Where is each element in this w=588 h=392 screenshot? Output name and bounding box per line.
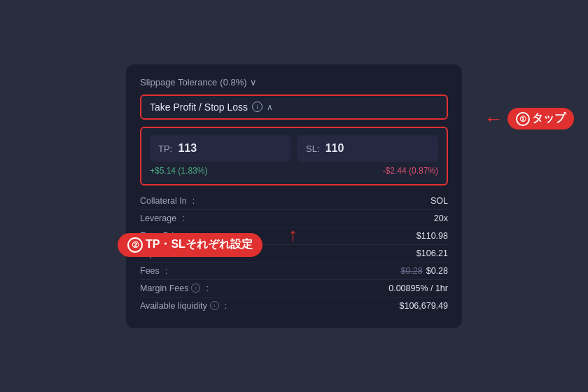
detail-colon: :: [206, 284, 208, 293]
detail-strikethrough-value: $0.28: [400, 266, 422, 276]
up-arrow-icon: ↑: [288, 224, 298, 246]
annotation2-label: ②TP・SLそれぞれ設定: [118, 233, 262, 257]
annotation2-circle: ②: [127, 237, 143, 253]
annotation1-arrow: ←: [484, 108, 503, 130]
detail-main-value: 20x: [434, 214, 448, 223]
sl-value: 110: [326, 142, 344, 154]
tp-sl-header-button[interactable]: Take Profit / Stop Loss i ∧: [140, 94, 448, 120]
tp-profit-value: +$5.14 (1.83%): [150, 166, 207, 176]
detail-label: Available liquidityi: [140, 301, 219, 311]
detail-main-value: 0.00895% / 1hr: [388, 284, 448, 293]
detail-value-wrapper: $0.28$0.28: [400, 266, 448, 276]
detail-main-value: $0.28: [426, 266, 448, 276]
tp-input-box[interactable]: TP: 113: [150, 135, 290, 162]
detail-colon: :: [165, 266, 167, 276]
detail-label: Collateral In: [140, 196, 187, 206]
detail-info-icon[interactable]: i: [210, 301, 219, 310]
tp-sl-inputs-row: TP: 113 SL: 110: [150, 135, 438, 162]
detail-label: Margin Feesi: [140, 284, 200, 293]
detail-main-value: $110.98: [416, 231, 448, 241]
detail-info-icon[interactable]: i: [191, 284, 200, 293]
detail-colon: :: [182, 214, 184, 223]
detail-colon: :: [225, 301, 227, 311]
sl-label: SL:: [306, 144, 320, 154]
annotation1-label: ①タップ: [507, 108, 574, 130]
detail-value-wrapper: $106,679.49: [399, 301, 448, 311]
detail-main-value: SOL: [430, 196, 448, 206]
detail-label: Leverage: [140, 214, 176, 223]
detail-row: Margin Feesi:0.00895% / 1hr: [140, 280, 448, 298]
tp-label: TP:: [158, 144, 172, 154]
slippage-chevron-icon: ∨: [250, 77, 257, 88]
slippage-label: Slippage Tolerance: [140, 77, 217, 88]
detail-colon: :: [192, 196, 195, 206]
detail-value-wrapper: $106.21: [416, 248, 448, 258]
tp-sl-values-row: +$5.14 (1.83%) -$2.44 (0.87%): [150, 166, 438, 176]
sl-loss-value: -$2.44 (0.87%): [383, 166, 438, 176]
tp-value: 113: [178, 142, 197, 154]
slippage-value: (0.8%): [220, 77, 246, 88]
detail-row: Available liquidityi:$106,679.49: [140, 298, 448, 314]
annotation1-circle: ①: [516, 112, 530, 126]
tp-sl-header-label: Take Profit / Stop Loss: [150, 102, 248, 113]
tp-sl-inputs-container: TP: 113 SL: 110 +$5.14 (1.83%) -$2.44 (0…: [140, 127, 448, 186]
detail-value-wrapper: 20x: [434, 214, 448, 223]
slippage-tolerance-row[interactable]: Slippage Tolerance (0.8%) ∨: [140, 77, 448, 88]
detail-main-value: $106.21: [416, 248, 448, 258]
trading-card: Slippage Tolerance (0.8%) ∨ Take Profit …: [126, 64, 462, 328]
detail-row: Collateral In:SOL: [140, 192, 448, 210]
detail-value-wrapper: $110.98: [416, 231, 448, 241]
detail-label: Fees: [140, 266, 160, 276]
tp-sl-chevron-icon: ∧: [267, 102, 273, 112]
detail-main-value: $106,679.49: [399, 301, 448, 311]
detail-row: Fees:$0.28$0.28: [140, 262, 448, 280]
tp-sl-info-icon[interactable]: i: [252, 102, 262, 112]
sl-input-box[interactable]: SL: 110: [298, 135, 438, 162]
detail-value-wrapper: 0.00895% / 1hr: [388, 284, 448, 293]
detail-value-wrapper: SOL: [430, 196, 448, 206]
